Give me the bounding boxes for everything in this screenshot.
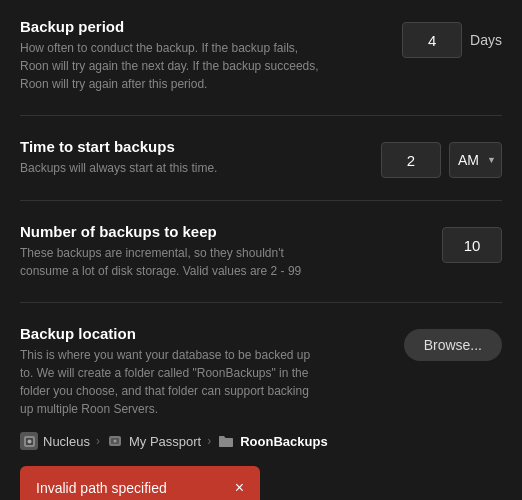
num-backups-control bbox=[442, 227, 502, 263]
backup-period-control: Days bbox=[402, 22, 502, 58]
num-backups-desc: These backups are incremental, so they s… bbox=[20, 244, 320, 280]
breadcrumb-nucleus: Nucleus bbox=[20, 432, 90, 450]
num-backups-input[interactable] bbox=[442, 227, 502, 263]
backup-period-text: Backup period How often to conduct the b… bbox=[20, 18, 386, 93]
svg-point-5 bbox=[113, 440, 116, 443]
browse-button[interactable]: Browse... bbox=[404, 329, 502, 361]
breadcrumb-roonbackups: RoonBackups bbox=[217, 432, 327, 450]
backup-period-input[interactable] bbox=[402, 22, 462, 58]
time-input[interactable] bbox=[381, 142, 441, 178]
time-to-start-desc: Backups will always start at this time. bbox=[20, 159, 320, 177]
error-message: Invalid path specified bbox=[36, 480, 167, 496]
time-to-start-section: Time to start backups Backups will alway… bbox=[20, 138, 502, 178]
breadcrumb-sep-1: › bbox=[96, 434, 100, 448]
time-to-start-control: AM PM bbox=[381, 142, 502, 178]
backup-location-control: Browse... bbox=[404, 329, 502, 361]
breadcrumb-mypassport: My Passport bbox=[106, 432, 201, 450]
svg-point-2 bbox=[27, 439, 31, 443]
backup-location-text: Backup location This is where you want y… bbox=[20, 325, 388, 418]
mypassport-label: My Passport bbox=[129, 434, 201, 449]
backup-period-title: Backup period bbox=[20, 18, 386, 35]
breadcrumb: Nucleus › My Passport › RoonBackups bbox=[20, 432, 502, 450]
num-backups-title: Number of backups to keep bbox=[20, 223, 426, 240]
settings-container: Backup period How often to conduct the b… bbox=[0, 0, 522, 500]
drive-icon bbox=[106, 432, 124, 450]
num-backups-section: Number of backups to keep These backups … bbox=[20, 223, 502, 280]
divider-3 bbox=[20, 302, 502, 303]
time-to-start-text: Time to start backups Backups will alway… bbox=[20, 138, 365, 177]
nucleus-label: Nucleus bbox=[43, 434, 90, 449]
error-close-button[interactable]: × bbox=[223, 480, 244, 496]
nucleus-icon bbox=[20, 432, 38, 450]
backup-period-section: Backup period How often to conduct the b… bbox=[20, 18, 502, 93]
num-backups-text: Number of backups to keep These backups … bbox=[20, 223, 426, 280]
am-pm-wrapper: AM PM bbox=[449, 142, 502, 178]
time-to-start-title: Time to start backups bbox=[20, 138, 365, 155]
folder-icon bbox=[217, 432, 235, 450]
divider-1 bbox=[20, 115, 502, 116]
backup-location-desc: This is where you want your database to … bbox=[20, 346, 320, 418]
divider-2 bbox=[20, 200, 502, 201]
am-pm-select[interactable]: AM PM bbox=[449, 142, 502, 178]
backup-period-desc: How often to conduct the backup. If the … bbox=[20, 39, 320, 93]
backup-location-title: Backup location bbox=[20, 325, 388, 342]
backup-location-section: Backup location This is where you want y… bbox=[20, 325, 502, 418]
error-toast: Invalid path specified × bbox=[20, 466, 260, 500]
breadcrumb-sep-2: › bbox=[207, 434, 211, 448]
roonbackups-label: RoonBackups bbox=[240, 434, 327, 449]
backup-period-unit: Days bbox=[470, 32, 502, 48]
